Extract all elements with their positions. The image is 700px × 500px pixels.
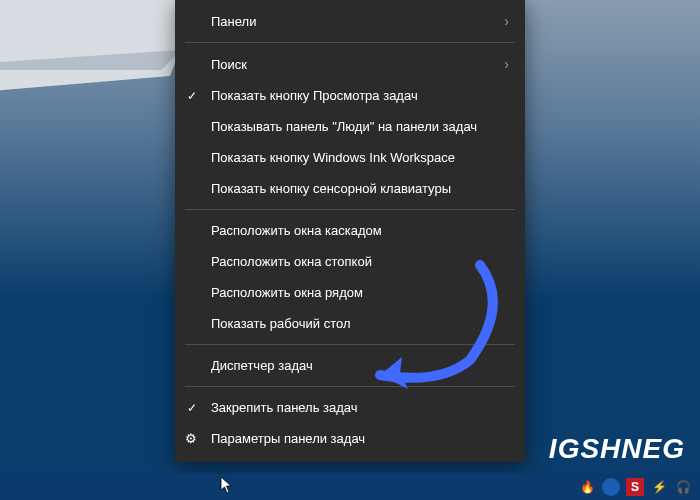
menu-label: Поиск: [211, 57, 504, 72]
taskbar[interactable]: 🔥 S ⚡ 🎧: [0, 474, 700, 500]
menu-label: Расположить окна рядом: [211, 285, 509, 300]
chevron-right-icon: ›: [504, 56, 509, 72]
menu-label: Закрепить панель задач: [211, 400, 509, 415]
tray-icon-4[interactable]: ⚡: [650, 478, 668, 496]
menu-separator: [185, 344, 515, 345]
menu-show-ink[interactable]: Показать кнопку Windows Ink Workspace: [175, 142, 525, 173]
tray-icon-2[interactable]: [602, 478, 620, 496]
tray-icon-5[interactable]: 🎧: [674, 478, 692, 496]
menu-label: Диспетчер задач: [211, 358, 509, 373]
menu-cascade-windows[interactable]: Расположить окна каскадом: [175, 215, 525, 246]
tray-icon-3[interactable]: S: [626, 478, 644, 496]
menu-separator: [185, 386, 515, 387]
watermark-text: IGSHNEG: [549, 433, 685, 465]
scene-wall: [0, 0, 200, 95]
menu-label: Расположить окна стопкой: [211, 254, 509, 269]
menu-separator: [185, 209, 515, 210]
menu-lock-taskbar[interactable]: ✓ Закрепить панель задач: [175, 392, 525, 423]
menu-show-people[interactable]: Показывать панель "Люди" на панели задач: [175, 111, 525, 142]
chevron-right-icon: ›: [504, 13, 509, 29]
system-tray: 🔥 S ⚡ 🎧: [578, 478, 692, 496]
menu-panels[interactable]: Панели ›: [175, 5, 525, 37]
gear-icon: ⚙: [185, 431, 197, 446]
menu-show-taskview[interactable]: ✓ Показать кнопку Просмотра задач: [175, 80, 525, 111]
menu-label: Расположить окна каскадом: [211, 223, 509, 238]
menu-label: Показать рабочий стол: [211, 316, 509, 331]
menu-sidebyside-windows[interactable]: Расположить окна рядом: [175, 277, 525, 308]
menu-task-manager[interactable]: Диспетчер задач: [175, 350, 525, 381]
menu-show-desktop[interactable]: Показать рабочий стол: [175, 308, 525, 339]
menu-show-touch[interactable]: Показать кнопку сенсорной клавиатуры: [175, 173, 525, 204]
menu-search[interactable]: Поиск ›: [175, 48, 525, 80]
menu-taskbar-settings[interactable]: ⚙ Параметры панели задач: [175, 423, 525, 454]
tray-icon-1[interactable]: 🔥: [578, 478, 596, 496]
menu-label: Панели: [211, 14, 504, 29]
menu-label: Показывать панель "Люди" на панели задач: [211, 119, 509, 134]
menu-label: Параметры панели задач: [211, 431, 509, 446]
menu-separator: [185, 42, 515, 43]
menu-label: Показать кнопку Windows Ink Workspace: [211, 150, 509, 165]
check-icon: ✓: [187, 89, 197, 103]
menu-label: Показать кнопку Просмотра задач: [211, 88, 509, 103]
menu-stack-windows[interactable]: Расположить окна стопкой: [175, 246, 525, 277]
check-icon: ✓: [187, 401, 197, 415]
taskbar-context-menu: Панели › Поиск › ✓ Показать кнопку Просм…: [175, 0, 525, 462]
menu-label: Показать кнопку сенсорной клавиатуры: [211, 181, 509, 196]
